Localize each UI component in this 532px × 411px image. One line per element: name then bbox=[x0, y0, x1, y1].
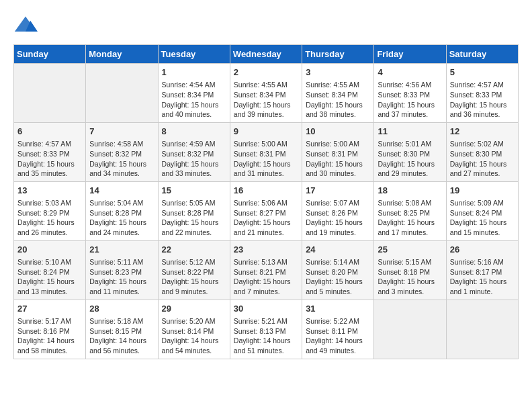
day-number: 24 bbox=[306, 244, 370, 256]
sunset-text: Sunset: 8:20 PM bbox=[306, 267, 370, 277]
day-number: 1 bbox=[162, 66, 226, 79]
weekday-header: Friday bbox=[374, 45, 446, 64]
day-number: 14 bbox=[89, 185, 154, 197]
calendar-cell: 2Sunrise: 4:55 AMSunset: 8:34 PMDaylight… bbox=[230, 64, 302, 123]
daylight-text: Daylight: 15 hours and 22 minutes. bbox=[162, 218, 226, 237]
sunrise-text: Sunrise: 5:02 AM bbox=[450, 139, 515, 149]
sunrise-text: Sunrise: 4:59 AM bbox=[162, 139, 226, 149]
daylight-text: Daylight: 15 hours and 5 minutes. bbox=[306, 277, 370, 296]
calendar-cell: 18Sunrise: 5:08 AMSunset: 8:25 PMDayligh… bbox=[374, 181, 446, 240]
daylight-text: Daylight: 15 hours and 39 minutes. bbox=[234, 100, 298, 120]
sunrise-text: Sunrise: 5:12 AM bbox=[162, 257, 226, 267]
daylight-text: Daylight: 15 hours and 15 minutes. bbox=[450, 218, 515, 237]
calendar-cell: 4Sunrise: 4:56 AMSunset: 8:33 PMDaylight… bbox=[374, 64, 446, 123]
calendar-cell: 27Sunrise: 5:17 AMSunset: 8:16 PMDayligh… bbox=[14, 300, 86, 359]
daylight-text: Daylight: 15 hours and 34 minutes. bbox=[89, 159, 154, 179]
daylight-text: Daylight: 14 hours and 54 minutes. bbox=[162, 336, 226, 355]
day-number: 15 bbox=[162, 185, 226, 197]
sunset-text: Sunset: 8:23 PM bbox=[89, 267, 154, 277]
calendar-cell: 1Sunrise: 4:54 AMSunset: 8:34 PMDaylight… bbox=[158, 64, 230, 123]
calendar-cell: 5Sunrise: 4:57 AMSunset: 8:33 PMDaylight… bbox=[446, 64, 518, 123]
day-number: 18 bbox=[378, 185, 442, 197]
daylight-text: Daylight: 15 hours and 26 minutes. bbox=[17, 218, 82, 237]
sunset-text: Sunset: 8:18 PM bbox=[378, 267, 442, 277]
daylight-text: Daylight: 15 hours and 40 minutes. bbox=[162, 100, 226, 120]
sunrise-text: Sunrise: 4:55 AM bbox=[306, 80, 370, 90]
sunset-text: Sunset: 8:17 PM bbox=[450, 267, 515, 277]
daylight-text: Daylight: 15 hours and 29 minutes. bbox=[378, 159, 442, 179]
sunrise-text: Sunrise: 5:04 AM bbox=[89, 198, 154, 208]
sunrise-text: Sunrise: 5:00 AM bbox=[306, 139, 370, 149]
sunset-text: Sunset: 8:24 PM bbox=[17, 267, 82, 277]
day-number: 6 bbox=[17, 126, 82, 138]
sunset-text: Sunset: 8:33 PM bbox=[378, 90, 442, 100]
sunrise-text: Sunrise: 5:03 AM bbox=[17, 198, 82, 208]
sunrise-text: Sunrise: 4:54 AM bbox=[162, 80, 226, 90]
page-header bbox=[13, 13, 519, 38]
sunrise-text: Sunrise: 4:55 AM bbox=[234, 80, 298, 90]
daylight-text: Daylight: 15 hours and 21 minutes. bbox=[234, 218, 298, 237]
sunrise-text: Sunrise: 4:58 AM bbox=[89, 139, 154, 149]
sunrise-text: Sunrise: 5:00 AM bbox=[234, 139, 298, 149]
calendar-cell: 25Sunrise: 5:15 AMSunset: 8:18 PMDayligh… bbox=[374, 240, 446, 300]
calendar-cell: 15Sunrise: 5:05 AMSunset: 8:28 PMDayligh… bbox=[158, 181, 230, 240]
calendar-cell: 9Sunrise: 5:00 AMSunset: 8:31 PMDaylight… bbox=[230, 122, 302, 181]
sunset-text: Sunset: 8:24 PM bbox=[450, 208, 515, 218]
daylight-text: Daylight: 15 hours and 36 minutes. bbox=[450, 100, 515, 120]
sunset-text: Sunset: 8:34 PM bbox=[306, 90, 370, 100]
sunset-text: Sunset: 8:11 PM bbox=[306, 326, 370, 336]
calendar-cell: 22Sunrise: 5:12 AMSunset: 8:22 PMDayligh… bbox=[158, 240, 230, 300]
sunrise-text: Sunrise: 5:05 AM bbox=[162, 198, 226, 208]
calendar-cell: 23Sunrise: 5:13 AMSunset: 8:21 PMDayligh… bbox=[230, 240, 302, 300]
calendar-cell: 11Sunrise: 5:01 AMSunset: 8:30 PMDayligh… bbox=[374, 122, 446, 181]
sunrise-text: Sunrise: 5:22 AM bbox=[306, 316, 370, 326]
sunrise-text: Sunrise: 5:10 AM bbox=[17, 257, 82, 267]
day-number: 3 bbox=[306, 66, 370, 79]
calendar-cell bbox=[446, 300, 518, 359]
daylight-text: Daylight: 15 hours and 30 minutes. bbox=[306, 159, 370, 179]
day-number: 13 bbox=[17, 185, 82, 197]
calendar-cell: 16Sunrise: 5:06 AMSunset: 8:27 PMDayligh… bbox=[230, 181, 302, 240]
calendar-week-row: 6Sunrise: 4:57 AMSunset: 8:33 PMDaylight… bbox=[14, 122, 519, 181]
weekday-header: Thursday bbox=[302, 45, 374, 64]
daylight-text: Daylight: 14 hours and 58 minutes. bbox=[17, 336, 82, 355]
day-number: 17 bbox=[306, 185, 370, 197]
calendar-cell: 19Sunrise: 5:09 AMSunset: 8:24 PMDayligh… bbox=[446, 181, 518, 240]
daylight-text: Daylight: 15 hours and 27 minutes. bbox=[450, 159, 515, 179]
day-number: 31 bbox=[306, 303, 370, 315]
sunrise-text: Sunrise: 5:21 AM bbox=[234, 316, 298, 326]
sunset-text: Sunset: 8:27 PM bbox=[234, 208, 298, 218]
weekday-header: Saturday bbox=[446, 45, 518, 64]
day-number: 25 bbox=[378, 244, 442, 256]
calendar-cell: 31Sunrise: 5:22 AMSunset: 8:11 PMDayligh… bbox=[302, 300, 374, 359]
calendar-week-row: 1Sunrise: 4:54 AMSunset: 8:34 PMDaylight… bbox=[14, 64, 519, 123]
calendar-cell: 13Sunrise: 5:03 AMSunset: 8:29 PMDayligh… bbox=[14, 181, 86, 240]
sunset-text: Sunset: 8:28 PM bbox=[162, 208, 226, 218]
sunrise-text: Sunrise: 5:07 AM bbox=[306, 198, 370, 208]
calendar-week-row: 20Sunrise: 5:10 AMSunset: 8:24 PMDayligh… bbox=[14, 240, 519, 300]
sunrise-text: Sunrise: 5:18 AM bbox=[89, 316, 154, 326]
daylight-text: Daylight: 15 hours and 31 minutes. bbox=[234, 159, 298, 179]
sunset-text: Sunset: 8:30 PM bbox=[450, 149, 515, 159]
sunrise-text: Sunrise: 5:15 AM bbox=[378, 257, 442, 267]
sunrise-text: Sunrise: 5:16 AM bbox=[450, 257, 515, 267]
day-number: 28 bbox=[89, 303, 154, 315]
calendar-cell: 28Sunrise: 5:18 AMSunset: 8:15 PMDayligh… bbox=[86, 300, 158, 359]
sunrise-text: Sunrise: 5:17 AM bbox=[17, 316, 82, 326]
calendar-week-row: 13Sunrise: 5:03 AMSunset: 8:29 PMDayligh… bbox=[14, 181, 519, 240]
sunset-text: Sunset: 8:15 PM bbox=[89, 326, 154, 336]
calendar-cell: 14Sunrise: 5:04 AMSunset: 8:28 PMDayligh… bbox=[86, 181, 158, 240]
daylight-text: Daylight: 15 hours and 17 minutes. bbox=[378, 218, 442, 237]
daylight-text: Daylight: 15 hours and 7 minutes. bbox=[234, 277, 298, 296]
day-number: 16 bbox=[234, 185, 298, 197]
weekday-header: Tuesday bbox=[158, 45, 230, 64]
day-number: 7 bbox=[89, 126, 154, 138]
header-row: SundayMondayTuesdayWednesdayThursdayFrid… bbox=[14, 45, 519, 64]
calendar-cell: 17Sunrise: 5:07 AMSunset: 8:26 PMDayligh… bbox=[302, 181, 374, 240]
calendar-cell: 12Sunrise: 5:02 AMSunset: 8:30 PMDayligh… bbox=[446, 122, 518, 181]
sunrise-text: Sunrise: 5:20 AM bbox=[162, 316, 226, 326]
day-number: 5 bbox=[450, 66, 515, 79]
day-number: 19 bbox=[450, 185, 515, 197]
sunrise-text: Sunrise: 5:14 AM bbox=[306, 257, 370, 267]
calendar-cell: 21Sunrise: 5:11 AMSunset: 8:23 PMDayligh… bbox=[86, 240, 158, 300]
